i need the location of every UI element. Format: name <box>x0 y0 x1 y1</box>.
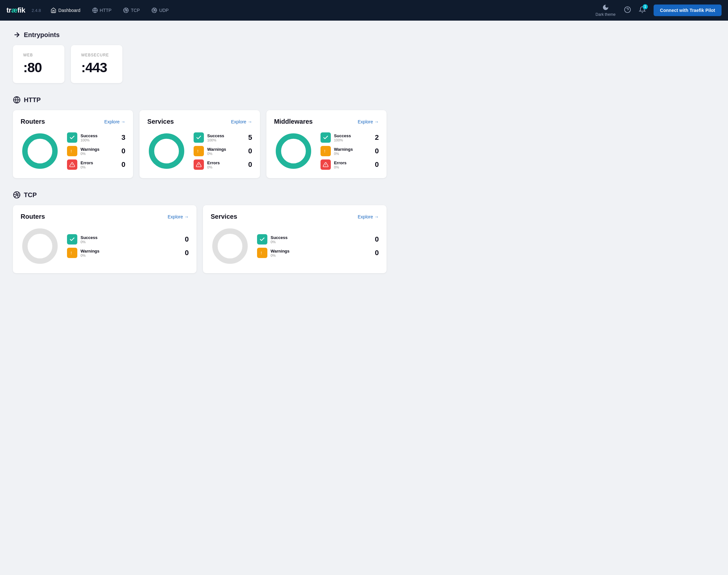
warning-icon-routers: ! <box>67 146 77 156</box>
http-middlewares-errors-count: 0 <box>372 161 379 169</box>
tcp-routers-donut <box>21 227 59 265</box>
tcp-routers-explore-label: Explore <box>168 214 183 219</box>
http-middlewares-warnings-label-wrap: Warnings 0% <box>334 147 369 156</box>
warning-icon-tcp-routers: ! <box>67 248 77 258</box>
tcp-services-success-row: Success 0% 0 <box>257 234 379 244</box>
nav-udp[interactable]: UDP <box>147 5 173 16</box>
tcp-routers-stats: Success 0% 0 ! Warnings 0% <box>67 234 189 258</box>
tcp-routers-warnings-label: Warnings <box>80 249 179 253</box>
tcp-section-icon <box>13 191 21 199</box>
http-routers-success-row: Success 100% 3 <box>67 132 125 143</box>
tcp-routers-card: Routers Explore → <box>13 205 197 273</box>
http-services-warnings-label: Warnings <box>207 147 242 152</box>
nav-dashboard[interactable]: Dashboard <box>46 5 85 16</box>
nav-http-label: HTTP <box>100 8 112 13</box>
tcp-services-donut <box>211 227 249 265</box>
logo[interactable]: træfik <box>6 6 25 14</box>
http-services-success-row: Success 100% 5 <box>194 132 252 143</box>
entrypoint-name-web: WEB <box>23 53 54 57</box>
http-services-card: Services Explore → <box>139 110 259 178</box>
tcp-services-warnings-count: 0 <box>372 249 379 257</box>
http-middlewares-body: Success 100% 2 ! Warnings 0% <box>274 132 379 170</box>
svg-point-17 <box>284 141 303 161</box>
entrypoint-port-web: :80 <box>23 60 54 75</box>
svg-point-14 <box>157 141 176 161</box>
app-version: 2.4.8 <box>32 8 41 13</box>
entrypoint-name-websecure: WEBSECURE <box>81 53 112 57</box>
svg-point-24 <box>220 236 240 256</box>
arrow-right-icon-4: → <box>184 214 189 219</box>
http-services-explore[interactable]: Explore → <box>231 119 252 124</box>
http-routers-errors-label-wrap: Errors 0% <box>80 161 116 169</box>
http-section-title: HTTP <box>24 96 41 104</box>
tcp-routers-header: Routers Explore → <box>21 213 189 220</box>
udp-icon <box>151 7 157 13</box>
tcp-services-success-count: 0 <box>372 235 379 243</box>
tcp-routers-success-pct: 0% <box>80 240 179 244</box>
dark-theme-toggle[interactable]: Dark theme <box>592 3 619 18</box>
tcp-section-title: TCP <box>24 191 37 199</box>
http-services-errors-label-wrap: Errors 0% <box>207 161 242 169</box>
http-routers-donut <box>21 132 59 170</box>
http-routers-explore-label: Explore <box>104 119 119 124</box>
http-middlewares-header: Middlewares Explore → <box>274 118 379 125</box>
http-middlewares-warnings-row: ! Warnings 0% 0 <box>320 146 379 156</box>
entrypoints-icon <box>13 31 21 39</box>
http-services-warnings-pct: 0% <box>207 152 242 156</box>
svg-point-11 <box>30 141 49 161</box>
tcp-services-explore[interactable]: Explore → <box>358 214 379 219</box>
http-routers-warnings-pct: 0% <box>80 152 116 156</box>
entrypoint-port-websecure: :443 <box>81 60 112 75</box>
tcp-section-header: TCP <box>13 191 386 199</box>
http-routers-errors-label: Errors <box>80 161 116 165</box>
success-icon-routers <box>67 132 77 143</box>
http-routers-errors-count: 0 <box>119 161 125 169</box>
tcp-routers-explore[interactable]: Explore → <box>168 214 189 219</box>
http-middlewares-explore[interactable]: Explore → <box>358 119 379 124</box>
http-services-errors-pct: 0% <box>207 165 242 169</box>
http-routers-success-label: Success <box>80 133 116 138</box>
tcp-routers-success-count: 0 <box>182 235 189 243</box>
http-middlewares-errors-row: Errors 0% 0 <box>320 160 379 170</box>
connect-button[interactable]: Connect with Traefik Pilot <box>654 4 722 16</box>
entrypoints-cards: WEB :80 WEBSECURE :443 <box>13 45 386 83</box>
error-icon-routers <box>67 160 77 170</box>
http-services-body: Success 100% 5 ! Warnings 0% <box>147 132 252 170</box>
http-middlewares-warnings-pct: 0% <box>334 152 369 156</box>
tcp-section: TCP Routers Explore → <box>13 191 386 273</box>
http-services-stats: Success 100% 5 ! Warnings 0% <box>194 132 252 170</box>
success-icon-middlewares <box>320 132 331 143</box>
http-routers-warnings-count: 0 <box>119 147 125 155</box>
http-middlewares-success-label-wrap: Success 100% <box>334 133 369 142</box>
http-services-header: Services Explore → <box>147 118 252 125</box>
home-icon <box>50 7 56 13</box>
notifications-button[interactable]: 1 <box>636 4 649 18</box>
http-routers-explore[interactable]: Explore → <box>104 119 125 124</box>
http-middlewares-success-count: 2 <box>372 133 379 142</box>
tcp-icon <box>123 7 129 13</box>
error-icon-middlewares <box>320 160 331 170</box>
http-middlewares-warnings-label: Warnings <box>334 147 369 152</box>
http-services-success-pct: 100% <box>207 138 242 142</box>
tcp-services-explore-label: Explore <box>358 214 373 219</box>
http-section-header: HTTP <box>13 96 386 104</box>
entrypoint-card-websecure: WEBSECURE :443 <box>71 45 123 83</box>
entrypoint-card-web: WEB :80 <box>13 45 64 83</box>
tcp-routers-title: Routers <box>21 213 45 220</box>
success-icon-tcp-routers <box>67 234 77 244</box>
tcp-services-success-pct: 0% <box>271 240 369 244</box>
svg-point-21 <box>30 236 49 256</box>
svg-text:!: ! <box>198 149 199 154</box>
http-routers-success-count: 3 <box>119 133 125 142</box>
http-services-warnings-row: ! Warnings 0% 0 <box>194 146 252 156</box>
tcp-routers-success-row: Success 0% 0 <box>67 234 189 244</box>
nav-tcp[interactable]: TCP <box>118 5 144 16</box>
warning-icon-middlewares: ! <box>320 146 331 156</box>
navbar: træfik 2.4.8 Dashboard HTTP TCP <box>0 0 728 21</box>
http-routers-stats: Success 100% 3 ! Warnings 0% <box>67 132 125 170</box>
http-routers-card: Routers Explore → <box>13 110 133 178</box>
help-button[interactable] <box>621 4 634 18</box>
http-middlewares-card: Middlewares Explore → <box>267 110 386 178</box>
nav-http[interactable]: HTTP <box>88 5 116 16</box>
http-routers-success-pct: 100% <box>80 138 116 142</box>
